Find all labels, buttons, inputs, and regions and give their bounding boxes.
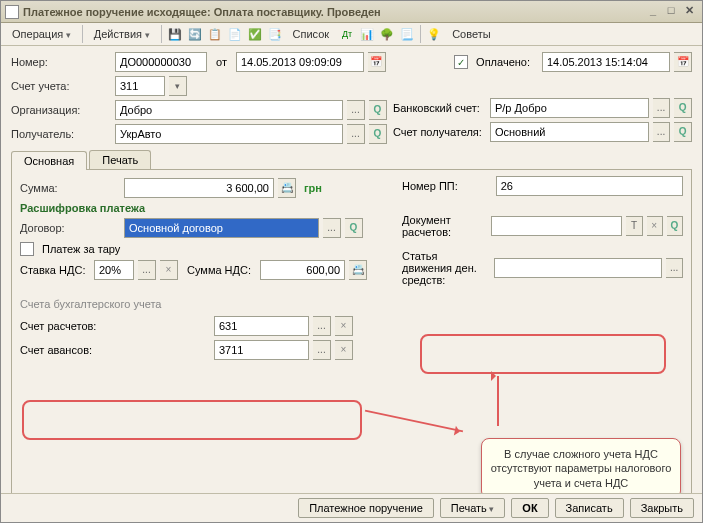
props-icon[interactable]: 📃 xyxy=(398,25,416,43)
date-input[interactable]: 14.05.2013 09:09:09 xyxy=(236,52,364,72)
post-icon[interactable]: ✅ xyxy=(246,25,264,43)
org-label: Организация: xyxy=(11,104,111,116)
minimize-button[interactable]: _ xyxy=(644,4,662,20)
bank-label: Банковский счет: xyxy=(393,102,486,114)
tab-print[interactable]: Печать xyxy=(89,150,151,169)
close-button[interactable]: ✕ xyxy=(680,4,698,20)
refresh-icon[interactable]: 🔄 xyxy=(186,25,204,43)
acct2-select[interactable] xyxy=(313,340,331,360)
copy-icon[interactable]: 📋 xyxy=(206,25,224,43)
acct1-label: Счет расчетов: xyxy=(20,320,210,332)
tab-main[interactable]: Основная xyxy=(11,151,87,170)
dtkt-icon[interactable]: Дт xyxy=(338,25,356,43)
acct2-input[interactable]: 3711 xyxy=(214,340,309,360)
calc-icon[interactable] xyxy=(278,178,296,198)
contract-input[interactable]: Основной договор xyxy=(124,218,319,238)
decode-section: Расшифровка платежа xyxy=(20,202,683,214)
callout: В случае сложного учета НДС отсутствуют … xyxy=(481,438,681,493)
print-button[interactable]: Печать xyxy=(440,498,506,518)
maximize-button[interactable]: □ xyxy=(662,4,680,20)
recipient-open[interactable] xyxy=(369,124,387,144)
recipient-label: Получатель: xyxy=(11,128,111,140)
article-select[interactable] xyxy=(666,258,683,278)
doc-open[interactable] xyxy=(667,216,683,236)
acct1-input[interactable]: 631 xyxy=(214,316,309,336)
bank-select[interactable] xyxy=(653,98,671,118)
advice-icon[interactable]: 💡 xyxy=(425,25,443,43)
bank-open[interactable] xyxy=(674,98,692,118)
doc-label: Документ расчетов: xyxy=(402,214,487,238)
save-icon[interactable]: 💾 xyxy=(166,25,184,43)
titlebar: Платежное поручение исходящее: Оплата по… xyxy=(1,1,702,23)
recipient-input[interactable]: УкрАвто xyxy=(115,124,343,144)
vat-rate-label: Ставка НДС: xyxy=(20,264,90,276)
tare-checkbox[interactable] xyxy=(20,242,34,256)
operation-menu[interactable]: Операция xyxy=(5,25,78,43)
basis-icon[interactable]: 📑 xyxy=(266,25,284,43)
recip-acct-input[interactable]: Основний xyxy=(490,122,649,142)
calendar-icon[interactable] xyxy=(368,52,386,72)
account-input[interactable]: 311 xyxy=(115,76,165,96)
vat-select[interactable] xyxy=(138,260,156,280)
vat-sum-input[interactable]: 600,00 xyxy=(260,260,345,280)
tare-label: Платеж за тару xyxy=(42,243,120,255)
recip-acct-open[interactable] xyxy=(674,122,692,142)
list-button[interactable]: Список xyxy=(286,25,337,43)
arrow-right xyxy=(497,376,499,426)
article-label: Статья движения ден. средств: xyxy=(402,250,490,286)
actions-menu[interactable]: Действия xyxy=(87,25,157,43)
sum-label: Сумма: xyxy=(20,182,120,194)
pp-input[interactable]: 26 xyxy=(496,176,683,196)
number-input[interactable]: ДО000000030 xyxy=(115,52,207,72)
ok-button[interactable]: ОК xyxy=(511,498,548,518)
article-input[interactable] xyxy=(494,258,662,278)
vat-sum-label: Сумма НДС: xyxy=(187,264,251,276)
toolbar: Операция Действия 💾 🔄 📋 📄 ✅ 📑 Список Дт … xyxy=(1,23,702,46)
vat-clear[interactable] xyxy=(160,260,178,280)
paid-checkbox[interactable]: ✓ xyxy=(454,55,468,69)
window-title: Платежное поручение исходящее: Оплата по… xyxy=(23,6,644,18)
vat-rate-input[interactable]: 20% xyxy=(94,260,134,280)
tab-main-body: Сумма: 3 600,00 грн Номер ПП: 26 Расшифр… xyxy=(11,170,692,493)
org-select[interactable] xyxy=(347,100,365,120)
acct2-clear[interactable] xyxy=(335,340,353,360)
paid-date-input[interactable]: 14.05.2013 15:14:04 xyxy=(542,52,670,72)
vat-calc-icon[interactable] xyxy=(349,260,367,280)
recip-acct-select[interactable] xyxy=(653,122,671,142)
acct1-clear[interactable] xyxy=(335,316,353,336)
paid-label: Оплачено: xyxy=(476,56,530,68)
account-label: Счет учета: xyxy=(11,80,111,92)
window-icon xyxy=(5,5,19,19)
save-button[interactable]: Записать xyxy=(555,498,624,518)
account-dropdown[interactable] xyxy=(169,76,187,96)
tabs: Основная Печать xyxy=(11,150,692,170)
recip-acct-label: Счет получателя: xyxy=(393,126,486,138)
currency-label: грн xyxy=(304,182,322,194)
contract-label: Договор: xyxy=(20,222,120,234)
bank-input[interactable]: Р/р Добро xyxy=(490,98,649,118)
accounts-section: Счета бухгалтерского учета xyxy=(20,298,683,310)
org-input[interactable]: Добро xyxy=(115,100,343,120)
highlight-right-area xyxy=(420,334,666,374)
report-icon[interactable]: 📊 xyxy=(358,25,376,43)
contract-select[interactable] xyxy=(323,218,341,238)
acct1-select[interactable] xyxy=(313,316,331,336)
content: Номер: ДО000000030 от 14.05.2013 09:09:0… xyxy=(1,46,702,493)
doc-input[interactable] xyxy=(491,216,623,236)
goto-icon[interactable]: 📄 xyxy=(226,25,244,43)
org-open[interactable] xyxy=(369,100,387,120)
doc-t-icon[interactable]: T xyxy=(626,216,642,236)
sum-input[interactable]: 3 600,00 xyxy=(124,178,274,198)
recipient-select[interactable] xyxy=(347,124,365,144)
calendar-icon[interactable] xyxy=(674,52,692,72)
advice-button[interactable]: Советы xyxy=(445,25,497,43)
number-label: Номер: xyxy=(11,56,111,68)
print-order-button[interactable]: Платежное поручение xyxy=(298,498,434,518)
close-button[interactable]: Закрыть xyxy=(630,498,694,518)
doc-clear-icon[interactable] xyxy=(647,216,663,236)
highlight-empty-area xyxy=(22,400,362,440)
arrow-left xyxy=(365,410,463,433)
struct-icon[interactable]: 🌳 xyxy=(378,25,396,43)
contract-open[interactable] xyxy=(345,218,363,238)
acct2-label: Счет авансов: xyxy=(20,344,210,356)
